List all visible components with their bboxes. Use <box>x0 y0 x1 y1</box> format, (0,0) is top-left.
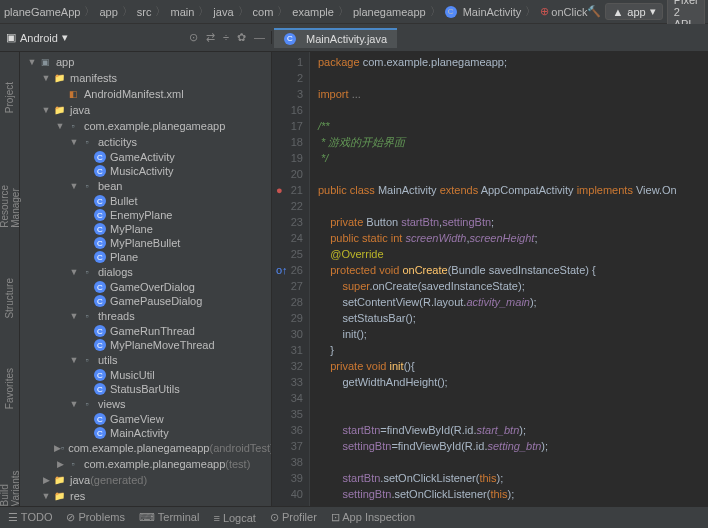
tree-item[interactable]: ▶▫com.example.planegameapp (androidTest) <box>20 440 271 456</box>
editor-tab[interactable]: C MainActivity.java <box>274 28 397 48</box>
tree-item[interactable]: CMyPlaneMoveThread <box>20 338 271 352</box>
tree-item[interactable]: CGameRunThread <box>20 324 271 338</box>
tree-item[interactable]: CMyPlane <box>20 222 271 236</box>
tree-item[interactable]: CMyPlaneBullet <box>20 236 271 250</box>
class-icon: C <box>284 33 296 45</box>
tree-item[interactable]: CBullet <box>20 194 271 208</box>
tree-item[interactable]: ▼📁res <box>20 488 271 504</box>
toolbar: ▣ Android ▾ ⊙ ⇄ ÷ ✿ — C MainActivity.jav… <box>0 24 708 52</box>
tree-item[interactable]: ▼▫acticitys <box>20 134 271 150</box>
code-area[interactable]: package com.example.planegameapp; import… <box>310 52 708 506</box>
tree-item[interactable]: CGameActivity <box>20 150 271 164</box>
tree-item[interactable]: ▶📁java (generated) <box>20 472 271 488</box>
bottom-tab[interactable]: ⊘ Problems <box>66 511 125 524</box>
breadcrumb-segment[interactable]: planeGameApp <box>4 6 80 18</box>
breadcrumb[interactable]: planeGameApp〉app〉src〉main〉java〉com〉examp… <box>4 4 587 19</box>
bottom-tab[interactable]: ☰ TODO <box>8 511 52 524</box>
run-config-dropdown[interactable]: ▲ app ▾ <box>605 3 662 20</box>
bottom-tab[interactable]: ⊡ App Inspection <box>331 511 415 524</box>
tree-item[interactable]: ▼▫dialogs <box>20 264 271 280</box>
locate-icon[interactable]: ⊙ <box>189 31 198 44</box>
make-icon[interactable]: 🔨 <box>587 5 601 18</box>
settings-icon[interactable]: ✿ <box>237 31 246 44</box>
breadcrumb-segment[interactable]: app <box>99 6 117 18</box>
tool-window-button[interactable]: Build Variants <box>0 460 21 506</box>
tree-item[interactable]: CMusicUtil <box>20 368 271 382</box>
tree-item[interactable]: ▼▫utils <box>20 352 271 368</box>
tree-item[interactable]: CMainActivity <box>20 426 271 440</box>
bottom-bar[interactable]: ☰ TODO⊘ Problems⌨ Terminal≡ Logcat⊙ Prof… <box>0 506 708 528</box>
breadcrumb-segment[interactable]: src <box>137 6 152 18</box>
tree-item[interactable]: CGameView <box>20 412 271 426</box>
collapse-icon[interactable]: ÷ <box>223 31 229 44</box>
tree-item[interactable]: ▼📁manifests <box>20 70 271 86</box>
left-tool-strip[interactable]: ProjectResource ManagerStructureFavorite… <box>0 52 20 506</box>
tree-item[interactable]: ▼▫views <box>20 396 271 412</box>
project-view-title[interactable]: ▣ Android ▾ <box>6 31 68 44</box>
tool-window-button[interactable]: Resource Manager <box>0 163 21 228</box>
bottom-tab[interactable]: ≡ Logcat <box>213 512 256 524</box>
breadcrumb-segment[interactable]: com <box>253 6 274 18</box>
hide-icon[interactable]: — <box>254 31 265 44</box>
expand-icon[interactable]: ⇄ <box>206 31 215 44</box>
breadcrumb-segment[interactable]: example <box>292 6 334 18</box>
code-editor[interactable]: 1231617181920●2122232425o↑26272829303132… <box>272 52 708 506</box>
tree-item[interactable]: CGamePauseDialog <box>20 294 271 308</box>
breadcrumb-segment[interactable]: main <box>170 6 194 18</box>
bottom-tab[interactable]: ⌨ Terminal <box>139 511 199 524</box>
tool-window-button[interactable]: Project <box>4 82 15 113</box>
breadcrumb-segment[interactable]: planegameapp <box>353 6 426 18</box>
tool-window-button[interactable]: Structure <box>4 278 15 319</box>
tree-item[interactable]: ◧AndroidManifest.xml <box>20 86 271 102</box>
tree-item[interactable]: CStatusBarUtils <box>20 382 271 396</box>
breadcrumb-segment[interactable]: MainActivity <box>463 6 522 18</box>
bottom-tab[interactable]: ⊙ Profiler <box>270 511 317 524</box>
tree-item[interactable]: CGameOverDialog <box>20 280 271 294</box>
tree-item[interactable]: ▼▫bean <box>20 178 271 194</box>
tree-item[interactable]: ▼▫com.example.planegameapp <box>20 118 271 134</box>
breadcrumb-segment[interactable]: onClick <box>551 6 587 18</box>
breadcrumb-segment[interactable]: java <box>213 6 233 18</box>
tree-item[interactable]: ▶▫com.example.planegameapp (test) <box>20 456 271 472</box>
tree-item[interactable]: ▼📁java <box>20 102 271 118</box>
line-gutter: 1231617181920●2122232425o↑26272829303132… <box>272 52 310 506</box>
tree-item[interactable]: ▼▣app <box>20 54 271 70</box>
tree-item[interactable]: ▼▫threads <box>20 308 271 324</box>
tree-item[interactable]: CPlane <box>20 250 271 264</box>
tree-item[interactable]: CEnemyPlane <box>20 208 271 222</box>
tree-item[interactable]: CMusicActivity <box>20 164 271 178</box>
top-bar: planeGameApp〉app〉src〉main〉java〉com〉examp… <box>0 0 708 24</box>
project-tree[interactable]: ▼▣app▼📁manifests◧AndroidManifest.xml▼📁ja… <box>20 52 272 506</box>
tool-window-button[interactable]: Favorites <box>4 368 15 409</box>
